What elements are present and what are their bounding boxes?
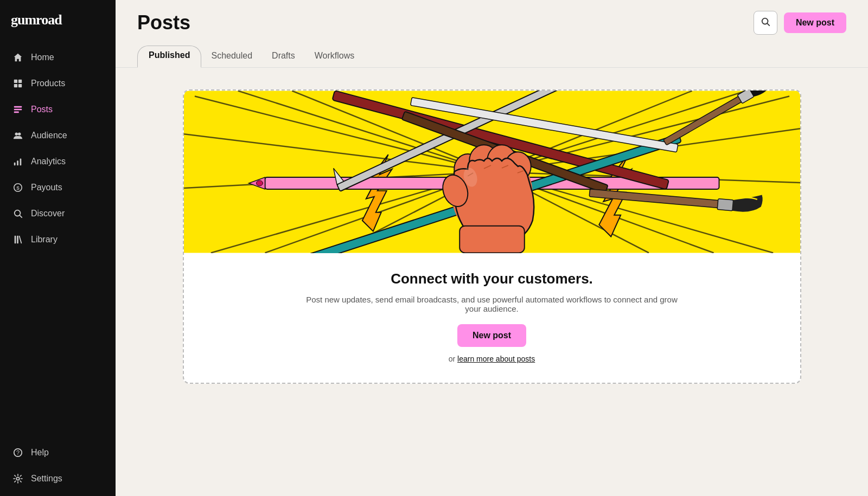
sidebar-item-label: Products [31,79,65,88]
illustration-container [184,91,800,253]
sidebar-item-label: Home [31,53,54,62]
sidebar-item-label: Audience [31,131,67,140]
sidebar-item-label: Analytics [31,157,66,166]
tab-scheduled[interactable]: Scheduled [201,46,262,68]
sidebar-item-payouts[interactable]: $ Payouts [0,175,116,201]
svg-rect-16 [15,236,16,243]
empty-state-description: Post new updates, send email broadcasts,… [302,295,682,313]
svg-point-7 [15,133,18,136]
sidebar-item-label: Settings [31,474,62,484]
search-button[interactable] [754,11,777,35]
page-title: Posts [137,11,190,34]
main-content: Posts New post Published Scheduled Draft… [116,0,868,496]
payouts-icon: $ [12,182,23,193]
svg-line-15 [20,215,22,217]
content-area: Connect with your customers. Post new up… [116,68,868,496]
home-icon [12,52,23,63]
svg-rect-64 [717,199,733,211]
page-header: Posts New post Published Scheduled Draft… [116,0,868,68]
sidebar-nav: Home Products Posts Audience [0,40,116,496]
products-icon [12,78,23,89]
sidebar-item-settings[interactable]: Settings [0,466,116,492]
tab-drafts[interactable]: Drafts [262,46,305,68]
header-actions: New post [754,11,846,35]
svg-point-20 [16,477,19,480]
svg-rect-0 [14,80,17,83]
sidebar-item-label: Help [31,448,49,458]
sidebar: gumroad Home Products Posts [0,0,116,496]
sidebar-item-help[interactable]: ? Help [0,440,116,466]
svg-rect-60 [459,226,525,253]
search-icon [761,17,770,29]
svg-point-8 [18,133,21,136]
sidebar-item-analytics[interactable]: Analytics [0,149,116,175]
learn-more-row: or learn more about posts [449,355,535,363]
posts-icon [12,104,23,115]
svg-rect-1 [18,80,22,83]
svg-rect-4 [14,106,22,108]
svg-rect-9 [14,163,16,165]
tab-workflows[interactable]: Workflows [305,46,365,68]
tabs-bar: Published Scheduled Drafts Workflows [137,44,846,67]
svg-rect-17 [17,236,18,243]
new-post-button-header[interactable]: New post [784,12,846,33]
sidebar-item-library[interactable]: Library [0,227,116,253]
help-icon: ? [12,447,23,458]
logo-container: gumroad [0,0,116,40]
svg-line-22 [767,23,769,25]
empty-state-card: Connect with your customers. Post new up… [183,89,801,384]
svg-rect-3 [18,84,22,87]
sidebar-item-label: Library [31,235,58,244]
svg-rect-5 [14,109,22,111]
new-post-button-empty[interactable]: New post [457,324,526,347]
learn-more-link[interactable]: learn more about posts [457,355,535,363]
discover-icon [12,208,23,219]
analytics-icon [12,156,23,167]
tab-published[interactable]: Published [137,46,201,68]
sidebar-item-home[interactable]: Home [0,44,116,70]
illustration-svg [184,91,800,253]
logo: gumroad [11,12,62,28]
sidebar-item-audience[interactable]: Audience [0,123,116,149]
sidebar-item-label: Posts [31,105,53,114]
svg-text:?: ? [16,449,20,456]
audience-icon [12,130,23,141]
sidebar-item-label: Discover [31,209,65,218]
svg-text:$: $ [16,185,20,191]
svg-rect-6 [14,112,19,113]
svg-rect-11 [20,159,22,166]
sidebar-item-posts[interactable]: Posts [0,96,116,123]
svg-rect-10 [17,160,18,165]
svg-rect-2 [14,84,17,87]
sidebar-item-label: Payouts [31,183,62,192]
empty-state-title: Connect with your customers. [391,270,593,287]
sidebar-item-discover[interactable]: Discover [0,201,116,227]
empty-card-body: Connect with your customers. Post new up… [184,253,800,383]
svg-point-42 [256,181,263,186]
learn-more-prefix: or [449,355,457,363]
sidebar-item-products[interactable]: Products [0,70,116,96]
library-icon [12,234,23,245]
settings-icon [12,473,23,484]
